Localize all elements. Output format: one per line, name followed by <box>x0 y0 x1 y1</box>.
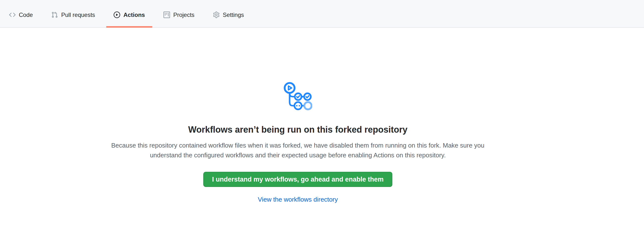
tab-label: Actions <box>124 12 145 18</box>
tab-settings[interactable]: Settings <box>206 4 252 28</box>
enable-workflows-button[interactable]: I understand my workflows, go ahead and … <box>203 172 392 187</box>
tab-label: Code <box>19 12 33 18</box>
workflow-illustration-icon <box>284 82 312 111</box>
gear-icon <box>213 12 220 18</box>
view-workflows-directory-link[interactable]: View the workflows directory <box>258 196 338 203</box>
tab-label: Pull requests <box>61 12 95 18</box>
tab-label: Settings <box>223 12 244 18</box>
link-row: View the workflows directory <box>0 196 596 203</box>
actions-disabled-blankslate: Workflows aren’t being run on this forke… <box>0 28 596 203</box>
repo-tab-nav: Code Pull requests Actions Projects Sett… <box>0 0 644 28</box>
tab-actions[interactable]: Actions <box>106 4 152 28</box>
tab-code[interactable]: Code <box>2 4 40 28</box>
tab-label: Projects <box>173 12 194 18</box>
tab-projects[interactable]: Projects <box>156 4 202 28</box>
code-icon <box>9 12 16 18</box>
play-icon <box>114 12 120 18</box>
button-row: I understand my workflows, go ahead and … <box>0 172 596 187</box>
page-title: Workflows aren’t being run on this forke… <box>0 124 596 135</box>
description-text: Because this repository contained workfl… <box>105 140 491 160</box>
git-pull-request-icon <box>51 12 58 18</box>
tab-pull-requests[interactable]: Pull requests <box>44 4 102 28</box>
project-icon <box>164 12 170 18</box>
